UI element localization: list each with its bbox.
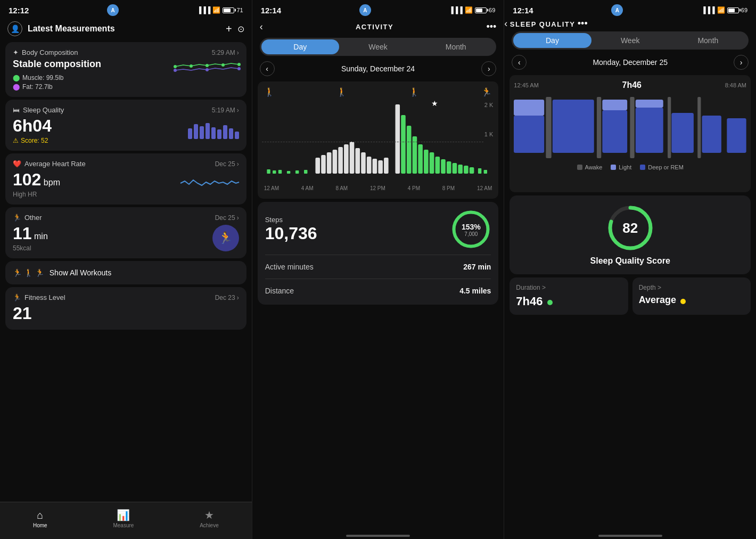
- battery-icon-3: [727, 7, 739, 13]
- nav-achieve[interactable]: ★ Achieve: [200, 509, 219, 528]
- svg-rect-45: [514, 116, 544, 153]
- sleep-score: ⚠ Score: 52: [13, 137, 52, 144]
- legend-light: Light: [611, 164, 631, 170]
- body-comp-label: ✦ Body Composition: [13, 48, 78, 56]
- divider-1: [265, 255, 491, 255]
- other-value: 11 min: [13, 224, 48, 243]
- duration-label: Duration >: [516, 284, 546, 291]
- sleep-value: 6h04: [13, 116, 52, 136]
- bottom-nav: ⌂ Home 📊 Measure ★ Achieve: [0, 502, 252, 539]
- sleep-chart: 12:45 AM 7h46 8:48 AM: [510, 75, 751, 192]
- hr-label: ❤️ Average Heart Rate: [13, 160, 86, 168]
- hr-sub: High HR: [13, 191, 60, 198]
- steps-card: Steps 10,736 153% 7,000 Active: [258, 202, 499, 305]
- legend-deep: Deep or REM: [640, 164, 684, 170]
- svg-rect-38: [287, 171, 290, 174]
- steps-left: Steps 10,736: [265, 216, 317, 243]
- svg-rect-33: [464, 166, 469, 174]
- body-composition-card[interactable]: ✦ Body Composition 5:29 AM › Stable comp…: [5, 42, 246, 97]
- svg-point-6: [206, 68, 209, 71]
- sleep-icon: 🛏: [13, 106, 20, 114]
- depth-header: Depth >: [639, 284, 744, 291]
- hr-date: Dec 25 ›: [215, 160, 239, 168]
- svg-point-7: [237, 67, 241, 70]
- app-logo-3: A: [611, 4, 623, 16]
- app-logo-1: A: [107, 4, 119, 16]
- legend-label-light: Light: [619, 164, 631, 170]
- other-label: 🏃 Other: [13, 214, 42, 222]
- fitness-level-card[interactable]: 🏃 Fitness Level Dec 23 › 21: [5, 287, 246, 330]
- depth-label: Depth >: [639, 284, 661, 291]
- svg-rect-23: [407, 126, 412, 174]
- y-label-2k: 2 K: [484, 102, 494, 108]
- svg-rect-53: [603, 100, 628, 110]
- nav-measure[interactable]: 📊 Measure: [113, 509, 134, 528]
- svg-rect-47: [603, 110, 628, 153]
- depth-card[interactable]: Depth > Average: [632, 277, 751, 315]
- steps-circle: 153% 7,000: [451, 209, 491, 249]
- steps-pct: 153%: [462, 222, 481, 231]
- svg-rect-18: [372, 159, 377, 174]
- more-button-2[interactable]: •••: [486, 21, 496, 32]
- x-label-12am: 12 AM: [264, 185, 279, 191]
- back-button-2[interactable]: ‹: [260, 21, 263, 32]
- user-icon[interactable]: 👤: [7, 21, 22, 36]
- hr-value: 102 bpm: [13, 170, 60, 190]
- svg-rect-8: [315, 158, 320, 174]
- sleep-legend: Awake Light Deep or REM: [514, 164, 746, 170]
- svg-rect-20: [384, 158, 389, 174]
- sleep-time-row: 12:45 AM 7h46 8:48 AM: [514, 80, 746, 90]
- svg-rect-49: [672, 113, 694, 153]
- svg-rect-41: [478, 168, 481, 174]
- status-icons-2: ▐▐▐ 📶 69: [449, 6, 496, 14]
- wifi-icon-1: 📶: [212, 6, 220, 14]
- achieve-icon: ★: [204, 509, 214, 521]
- nav-home[interactable]: ⌂ Home: [33, 509, 47, 528]
- back-button-3[interactable]: ‹: [504, 18, 507, 29]
- tab-day-3[interactable]: Day: [513, 33, 591, 48]
- distance-row: Distance 4.5 miles: [265, 284, 491, 297]
- tab-day-2[interactable]: Day: [261, 39, 339, 54]
- svg-rect-40: [304, 170, 307, 174]
- sleep-date: 5:19 AM ›: [212, 107, 239, 114]
- svg-rect-13: [344, 144, 349, 174]
- tab-month-3[interactable]: Month: [669, 33, 747, 48]
- heart-rate-card[interactable]: ❤️ Average Heart Rate Dec 25 › 102 bpm H…: [5, 153, 246, 205]
- show-all-workouts[interactable]: 🏃 🚶 🏃 Show All Workouts: [5, 261, 246, 284]
- more-button-3[interactable]: •••: [578, 18, 588, 29]
- svg-rect-19: [378, 160, 383, 174]
- svg-rect-39: [295, 170, 299, 174]
- duration-card[interactable]: Duration > 7h46: [510, 277, 628, 315]
- add-button[interactable]: +: [226, 23, 232, 35]
- legend-dot-awake: [577, 165, 582, 170]
- scan-button[interactable]: ⊙: [237, 24, 244, 34]
- svg-rect-30: [447, 161, 451, 174]
- svg-rect-9: [321, 155, 326, 174]
- home-icon: ⌂: [37, 509, 43, 521]
- svg-rect-16: [361, 152, 366, 174]
- x-label-4pm: 4 PM: [408, 185, 420, 191]
- battery-pct-1: 71: [236, 7, 243, 13]
- next-date-2[interactable]: ›: [481, 61, 496, 76]
- svg-rect-32: [458, 165, 463, 174]
- tab-month-2[interactable]: Month: [417, 39, 495, 54]
- other-sub: 55kcal: [13, 244, 48, 252]
- signal-icon-3: ▐▐▐: [701, 6, 715, 14]
- depth-dot: [680, 299, 686, 304]
- walk-icon-1: 🚶: [264, 87, 275, 97]
- svg-rect-56: [597, 97, 601, 158]
- measure-icon: 📊: [117, 509, 130, 521]
- walk-icon-3: 🚶: [409, 87, 420, 97]
- prev-date-3[interactable]: ‹: [512, 55, 527, 70]
- svg-rect-14: [349, 142, 354, 174]
- svg-rect-52: [514, 100, 544, 116]
- prev-date-2[interactable]: ‹: [260, 61, 275, 76]
- tab-week-2[interactable]: Week: [339, 39, 417, 54]
- tab-week-3[interactable]: Week: [591, 33, 669, 48]
- show-all-label: Show All Workouts: [50, 268, 111, 277]
- body-comp-chart: [175, 59, 239, 75]
- next-date-3[interactable]: ›: [734, 55, 749, 70]
- other-workout-card[interactable]: 🏃 Other Dec 25 › 11 min 55kcal 🏃: [5, 207, 246, 258]
- sleep-quality-card[interactable]: 🛏 Sleep Quality 5:19 AM › 6h04 ⚠ Score: …: [5, 100, 246, 151]
- panel3-content: 12:45 AM 7h46 8:48 AM: [504, 73, 756, 532]
